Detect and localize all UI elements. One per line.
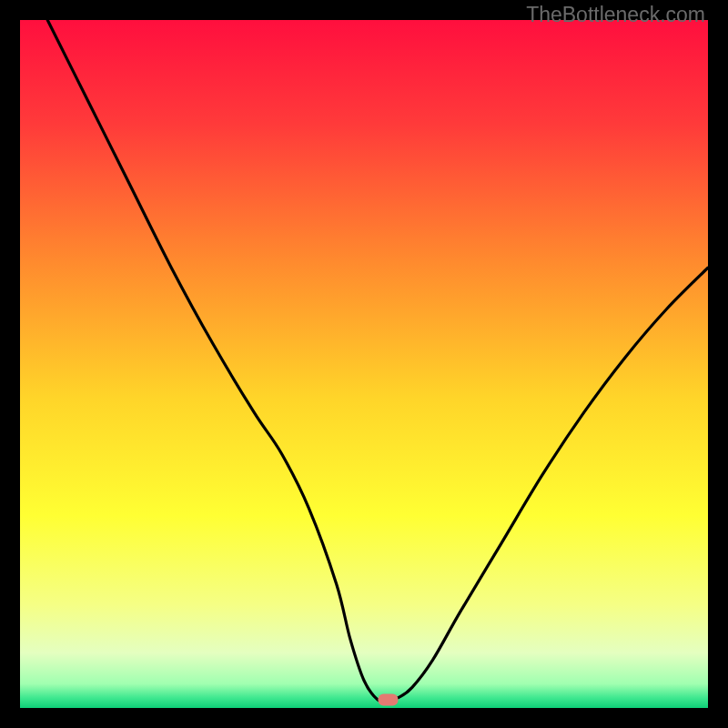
plot-area (20, 20, 708, 708)
optimum-marker (378, 693, 398, 705)
bottleneck-chart (20, 20, 708, 708)
watermark-text: TheBottleneck.com (526, 3, 705, 27)
gradient-background (20, 20, 708, 708)
chart-container: TheBottleneck.com (0, 0, 728, 728)
